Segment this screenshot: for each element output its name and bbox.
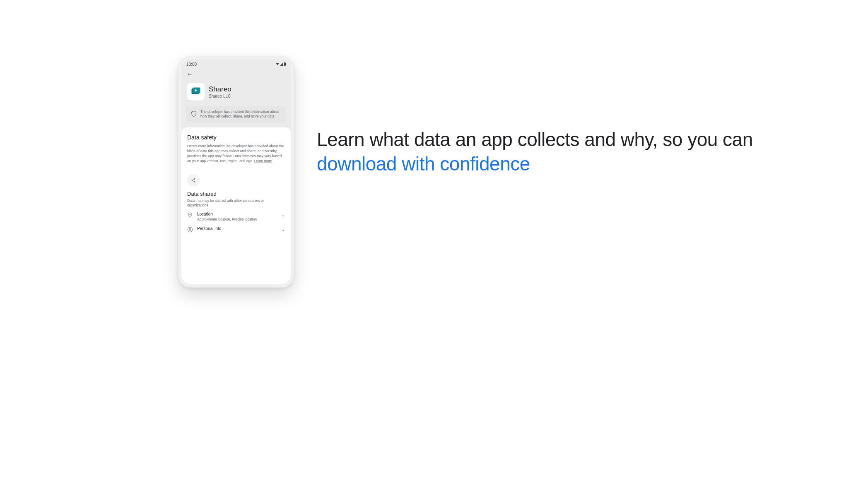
headline-part1: Learn what data an app collects and why,… [317, 129, 753, 150]
app-header: Shareo Shareo LLC [181, 79, 291, 106]
back-arrow-icon[interactable]: ← [186, 71, 193, 77]
info-banner: The developer has provided this informat… [186, 106, 286, 122]
app-icon[interactable] [187, 83, 205, 101]
shield-icon [190, 110, 197, 117]
data-row-location[interactable]: Location Approximate location, Precise l… [187, 208, 285, 222]
person-icon [187, 227, 193, 233]
content-card: Data safety Here's more information the … [181, 127, 291, 284]
status-bar: 10:00 [181, 59, 291, 69]
data-safety-heading: Data safety [187, 134, 285, 141]
info-banner-text: The developer has provided this informat… [200, 110, 282, 119]
status-time: 10:00 [186, 62, 197, 67]
app-title: Shareo [209, 85, 231, 93]
battery-icon [284, 62, 286, 66]
svg-point-9 [189, 228, 191, 230]
svg-point-3 [192, 180, 193, 180]
app-publisher[interactable]: Shareo LLC [209, 94, 231, 98]
row-desc: Approximate location, Precise location [197, 217, 277, 221]
svg-point-4 [194, 181, 195, 182]
phone-mockup: 10:00 ← Share [178, 56, 294, 288]
learn-more-link[interactable]: Learn more [254, 159, 272, 163]
wifi-icon [276, 63, 279, 65]
row-label: Location [197, 212, 277, 216]
share-icon [191, 178, 196, 183]
shareo-app-logo-icon [190, 86, 202, 98]
chevron-down-icon: ⌄ [282, 213, 285, 217]
data-shared-heading: Data shared [187, 191, 285, 197]
phone-screen: 10:00 ← Share [181, 59, 291, 284]
svg-line-5 [193, 179, 194, 180]
chevron-down-icon: ⌄ [282, 227, 285, 232]
row-label: Personal info [197, 226, 277, 231]
marketing-headline: Learn what data an app collects and why,… [317, 127, 772, 176]
location-pin-icon [187, 212, 193, 218]
svg-point-7 [190, 214, 191, 215]
nav-bar: ← [181, 69, 291, 79]
svg-line-6 [193, 180, 194, 182]
divider [187, 169, 285, 169]
svg-point-2 [194, 178, 195, 179]
data-safety-body: Here's more information the developer ha… [187, 144, 285, 164]
data-shared-subtitle: Data that may be shared with other compa… [187, 199, 285, 208]
signal-icon [280, 62, 283, 66]
data-row-personal-info[interactable]: Personal info ⌄ [187, 222, 285, 233]
share-icon-circle [187, 174, 200, 187]
headline-highlight: download with confidence [317, 153, 530, 175]
